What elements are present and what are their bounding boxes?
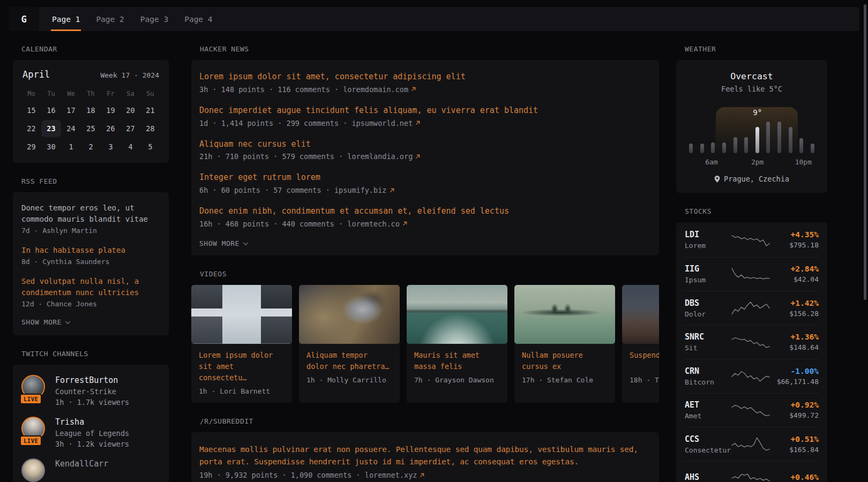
video-card[interactable]: Lorem ipsum dolor sit amet consectetu… 1… [191,285,292,403]
calendar-day: 22 [21,120,41,137]
stock-name: Amet [685,412,731,420]
hackernews-section-title: HACKER NEWS [200,45,659,53]
calendar-weekday-row: MoTuWeThFrSaSu [21,87,160,101]
video-title-link[interactable]: Aliquam tempor dolor nec pharetra… [306,350,392,372]
twitch-channel-info: ForrestBurton Counter-Strike 1h · 1.7k v… [55,375,129,408]
subreddit-item-link[interactable]: Maecenas mollis pulvinar erat non posuer… [199,443,651,469]
twitch-channel-name[interactable]: ForrestBurton [55,375,129,385]
left-column: CALENDAR April Week 17 · 2024 MoTuWeThFr… [13,31,169,482]
rss-item-meta: 8d · Cynthia Saunders [21,258,160,266]
video-meta: 1h · Lori Barnett [199,387,285,395]
chevron-down-icon [243,240,249,245]
twitch-channel-row[interactable]: KendallCarr [21,458,160,482]
calendar-day: 4 [121,138,140,155]
video-thumbnail[interactable] [514,285,615,344]
rss-item-meta: 7d · Ashlyn Martin [21,227,160,235]
page-tab[interactable]: Page 4 [183,7,213,31]
rss-item-link[interactable]: In hac habitasse platea [21,245,160,256]
video-card-body: Mauris sit amet massa felis 7h · Grayson… [407,344,507,391]
calendar-day: 28 [140,120,160,137]
page-tab-label: Page 1 [52,15,80,24]
calendar-day: 2 [81,138,101,155]
weather-location: Prague, Czechia [685,175,819,183]
stock-sparkline [731,402,770,419]
hackernews-item-meta: 3h · 148 points · 116 comments · loremdo… [199,85,651,94]
stock-change-percent: +0.46% [770,473,819,481]
twitch-channel-name[interactable]: KendallCarr [55,459,108,469]
stock-row[interactable]: AHS +0.46% [685,461,819,482]
weather-time-labels: 6am 2pm 10pm [688,158,815,167]
rss-item: In hac habitasse platea 8d · Cynthia Sau… [21,245,160,266]
video-card[interactable]: Nullam posuere cursus ex 17h · Stefan Co… [514,285,615,403]
twitch-channel-row[interactable]: LIVE Trisha League of Legends 3h · 1.2k … [21,417,160,449]
video-card-body: Suspendisse diam 18h · Tara [622,344,659,391]
calendar-day: 16 [41,102,61,119]
twitch-channel-row[interactable]: LIVE ForrestBurton Counter-Strike 1h · 1… [21,375,160,408]
video-title-link[interactable]: Suspendisse diam [630,350,659,372]
hackernews-item-link[interactable]: Donec imperdiet augue tincidunt felis al… [199,105,651,117]
video-title-link[interactable]: Nullam posuere cursus ex [522,350,608,372]
rss-show-more-button[interactable]: SHOW MORE [21,318,160,326]
stock-change-percent: +1.36% [770,333,819,341]
video-meta: 7h · Grayson Dawson [414,376,500,384]
hackernews-item-link[interactable]: Lorem ipsum dolor sit amet, consectetur … [199,71,651,83]
live-badge: LIVE [20,435,42,446]
video-thumbnail[interactable] [407,285,507,344]
page-tab[interactable]: Page 2 [95,7,125,31]
location-pin-icon [714,176,720,183]
page-tab[interactable]: Page 1 [51,7,81,31]
hackernews-show-more-button[interactable]: SHOW MORE [199,239,651,247]
stock-row[interactable]: IIG Ipsum +2.84% $42.04 [685,257,819,291]
video-card[interactable]: Mauris sit amet massa felis 7h · Grayson… [407,285,507,403]
weather-hour-bar [777,122,781,153]
rss-item-link[interactable]: Sed volutpat nulla nisl, a condimentum n… [21,276,160,298]
stock-values: -1.00% $66,171.48 [770,367,819,386]
twitch-widget: LIVE ForrestBurton Counter-Strike 1h · 1… [13,365,169,482]
stock-values: +0.46% [770,473,819,482]
calendar-weekday: Tu [41,87,61,101]
stocks-section-title: STOCKS [685,207,827,215]
rss-item-meta: 12d · Chance Jones [21,300,160,308]
twitch-channel-name[interactable]: Trisha [55,417,129,427]
page-scrollbar-thumb[interactable] [864,4,866,300]
stock-row[interactable]: AET Amet +0.92% $499.72 [685,393,819,427]
hackernews-item-link[interactable]: Integer eget rutrum lorem [199,172,651,184]
stock-row[interactable]: SNRC Sit +1.36% $148.64 [685,325,819,359]
hackernews-item-link[interactable]: Donec enim nibh, condimentum et accumsan… [199,206,651,217]
video-thumbnail[interactable] [191,285,292,344]
stock-row[interactable]: DBS Dolor +1.42% $156.28 [685,291,819,325]
stock-name: Lorem [685,242,731,250]
calendar-day: 29 [21,138,41,155]
video-thumbnail[interactable] [622,285,659,344]
hackernews-item-link[interactable]: Aliquam nec cursus elit [199,139,651,150]
stock-row[interactable]: LDI Lorem +4.35% $795.18 [685,223,819,257]
calendar-weekday: Th [81,87,101,101]
video-title-link[interactable]: Mauris sit amet massa felis [414,350,500,372]
video-card[interactable]: Aliquam tempor dolor nec pharetra… 1h · … [299,285,400,403]
stock-name: Consectetur [685,446,731,454]
hackernews-item-meta-text: 21h · 710 points · 579 comments · loreml… [199,152,413,161]
app-logo[interactable]: G [9,7,39,31]
stock-symbol: SNRC [685,332,731,342]
calendar-day: 19 [101,102,121,119]
rss-item-link[interactable]: Donec tempor eros leo, ut commodo mauris… [21,202,160,225]
stock-price: $42.04 [770,275,819,283]
hackernews-item-meta-text: 1d · 1,414 points · 299 comments · ipsum… [199,119,413,127]
hackernews-item: Integer eget rutrum lorem 6h · 60 points… [199,172,651,194]
page-tab[interactable]: Page 3 [139,7,169,31]
weather-feels-like: Feels like 5°C [685,85,819,93]
weather-hour-bar [789,127,792,153]
video-thumbnail[interactable] [299,285,400,344]
weather-hour-bar [711,142,715,153]
stock-row[interactable]: CRN Bitcorn -1.00% $66,171.48 [685,359,819,393]
weather-hour-bar [744,137,748,153]
stock-sparkline [731,299,770,317]
calendar-weekday: Sa [121,87,140,101]
stock-values: +0.51% $165.84 [770,435,819,454]
stock-change-percent: -1.00% [770,367,819,375]
video-card[interactable]: Suspendisse diam 18h · Tara [622,285,659,403]
stock-row[interactable]: CCS Consectetur +0.51% $165.84 [685,427,819,461]
avatar [21,458,45,482]
video-title-link[interactable]: Lorem ipsum dolor sit amet consectetu… [199,350,285,383]
rss-item: Sed volutpat nulla nisl, a condimentum n… [21,276,160,308]
